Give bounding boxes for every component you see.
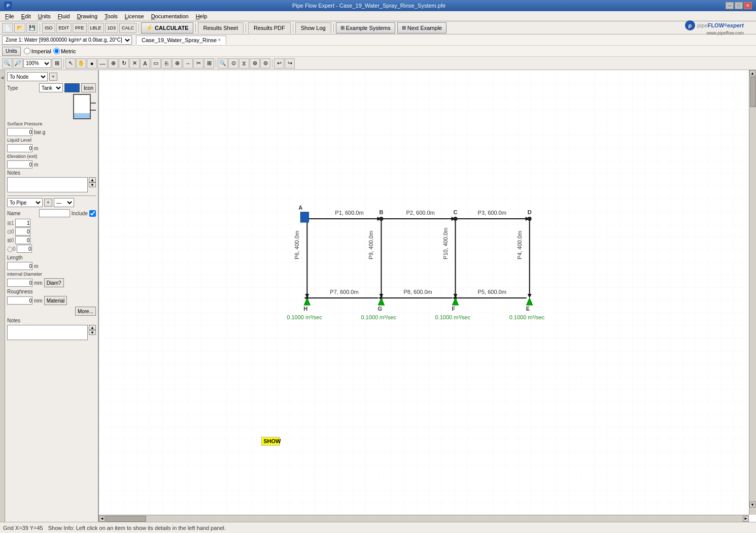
material-button[interactable]: Material — [44, 296, 67, 305]
units-button[interactable]: Units — [2, 47, 21, 56]
flow-dir-tool[interactable]: → — [183, 58, 193, 69]
menu-file[interactable]: File — [2, 12, 17, 20]
node-B[interactable] — [379, 217, 383, 221]
zoom-in-button[interactable]: 🔍 — [2, 58, 12, 69]
node-D[interactable] — [528, 217, 532, 221]
menu-help[interactable]: Help — [193, 12, 211, 20]
int-diameter-input[interactable] — [7, 279, 32, 287]
notes-input[interactable] — [7, 177, 88, 192]
metric-radio[interactable] — [53, 48, 60, 54]
scroll-v-thumb[interactable] — [750, 77, 756, 107]
maximize-button[interactable]: □ — [735, 2, 743, 9]
menu-units[interactable]: Units — [35, 12, 54, 20]
surface-pressure-input[interactable] — [7, 128, 32, 136]
undo-zoom-tool[interactable]: 🔍 — [218, 58, 228, 69]
color-picker[interactable] — [64, 83, 80, 92]
line-style-select[interactable]: — — [54, 198, 74, 207]
misc-tool1[interactable]: ⊛ — [250, 58, 260, 69]
horizontal-scrollbar[interactable]: ◄ ► — [99, 515, 749, 522]
1d3-button[interactable]: 1D3 — [105, 23, 119, 33]
type-select[interactable]: Tank — [39, 83, 63, 92]
scroll-left-button[interactable]: ◄ — [99, 516, 105, 522]
node-tool[interactable]: ● — [87, 58, 97, 69]
lbl-button[interactable]: LBLE — [88, 23, 104, 33]
pipe-notes-scroll-up[interactable]: ▲ — [89, 325, 96, 330]
new-button[interactable]: 📄 — [2, 23, 13, 33]
example-systems-button[interactable]: ⊞ Example Systems — [336, 22, 395, 34]
snap-tool[interactable]: ⊞ — [204, 58, 214, 69]
results-sheet-tab[interactable]: Results Sheet — [198, 22, 244, 34]
show-log-tab[interactable]: Show Log — [295, 22, 331, 34]
edit-button[interactable]: EDIT — [56, 23, 72, 33]
menu-tools[interactable]: Tools — [101, 12, 121, 20]
zoom-out-button[interactable]: 🔎 — [13, 58, 23, 69]
file-tab[interactable]: Case_19_Water_Spray_Rinse × — [136, 36, 226, 45]
liquid-level-input[interactable] — [7, 144, 32, 152]
zoom-select[interactable]: 100% — [23, 59, 51, 68]
node-C[interactable] — [454, 217, 458, 221]
menu-license[interactable]: License — [122, 12, 147, 20]
pipe-name-input[interactable] — [39, 209, 70, 217]
zone-dropdown[interactable]: Zone 1: Water [998.000000 kg/m³ at 0.0ba… — [2, 36, 132, 45]
menu-edit[interactable]: Edit — [18, 12, 34, 20]
scroll-h-thumb[interactable] — [106, 516, 146, 522]
select-tool[interactable]: ↖ — [65, 58, 76, 69]
menu-fluid[interactable]: Fluid — [55, 12, 73, 20]
rotate-tool[interactable]: ↻ — [119, 58, 129, 69]
include-checkbox[interactable] — [89, 210, 96, 217]
undo-button[interactable]: ↩ — [274, 58, 284, 69]
elevation-input[interactable] — [7, 160, 32, 169]
valve-tool[interactable]: ⧖ — [239, 58, 249, 69]
iso-button[interactable]: ISO — [42, 23, 55, 33]
label-tool[interactable]: A — [140, 58, 150, 69]
node-add-button[interactable]: + — [49, 73, 57, 81]
cut-tool[interactable]: ✂ — [193, 58, 203, 69]
mult-input-1[interactable] — [15, 219, 30, 227]
mult-input-4[interactable] — [17, 245, 32, 253]
metric-radio-label[interactable]: Metric — [53, 48, 76, 54]
pipe-notes-scroll-down[interactable]: ▼ — [89, 330, 96, 335]
menu-drawing[interactable]: Drawing — [74, 12, 100, 20]
pipe-tool[interactable]: — — [97, 58, 108, 69]
more-button[interactable]: More... — [75, 307, 96, 316]
open-button[interactable]: 📂 — [14, 23, 25, 33]
pfe-button[interactable]: PFE — [73, 23, 87, 33]
results-pdf-tab[interactable]: Results PDF — [248, 22, 291, 34]
vertical-scrollbar[interactable]: ▲ ▼ — [749, 70, 756, 515]
menu-documentation[interactable]: Documentation — [148, 12, 192, 20]
pipe-type-select[interactable]: To Pipe — [7, 198, 43, 207]
node-A[interactable] — [300, 212, 308, 222]
next-example-button[interactable]: ⊞ Next Example — [397, 22, 446, 34]
redo-button[interactable]: ↪ — [285, 58, 295, 69]
save-button[interactable]: 💾 — [26, 23, 38, 33]
close-button[interactable]: ✕ — [744, 2, 752, 9]
scroll-right-button[interactable]: ► — [743, 516, 749, 522]
rect-tool[interactable]: ▭ — [151, 58, 161, 69]
icon-button[interactable]: Icon — [81, 83, 96, 92]
diam-button[interactable]: Diam? — [44, 278, 64, 287]
calculate-button[interactable]: ⚡ CALCULATE — [141, 22, 193, 34]
mult-input-2[interactable] — [15, 227, 30, 236]
pipe-diagram[interactable]: P1, 600.0m P2, 600.0m P3, 600.0m P6, 400… — [99, 70, 749, 515]
calc-label-button[interactable]: CALC — [119, 23, 136, 33]
mult-input-3[interactable] — [15, 236, 30, 244]
copy-tool[interactable]: ⎘ — [161, 58, 171, 69]
pump-tool[interactable]: ⊙ — [228, 58, 238, 69]
scroll-up-button[interactable]: ▲ — [749, 70, 755, 76]
tab-close-icon[interactable]: × — [218, 37, 221, 43]
canvas[interactable]: P1, 600.0m P2, 600.0m P3, 600.0m P6, 400… — [99, 70, 749, 515]
pan-tool[interactable]: ✋ — [76, 58, 86, 69]
zoom-area-tool[interactable]: ⊕ — [108, 58, 118, 69]
more-tools[interactable]: ⊕ — [172, 58, 182, 69]
roughness-input[interactable] — [7, 296, 32, 305]
imperial-radio[interactable] — [24, 48, 30, 54]
collapse-panel-button[interactable]: ◄ — [0, 70, 5, 522]
length-input[interactable] — [7, 262, 32, 270]
canvas-area[interactable]: P1, 600.0m P2, 600.0m P3, 600.0m P6, 400… — [99, 70, 756, 522]
notes-scroll-down[interactable]: ▼ — [89, 182, 96, 187]
misc-tool2[interactable]: ⊜ — [260, 58, 270, 69]
imperial-radio-label[interactable]: Imperial — [24, 48, 51, 54]
notes-scroll-up[interactable]: ▲ — [89, 177, 96, 182]
delete-tool[interactable]: ✕ — [129, 58, 140, 69]
scroll-down-button[interactable]: ▼ — [749, 502, 755, 508]
